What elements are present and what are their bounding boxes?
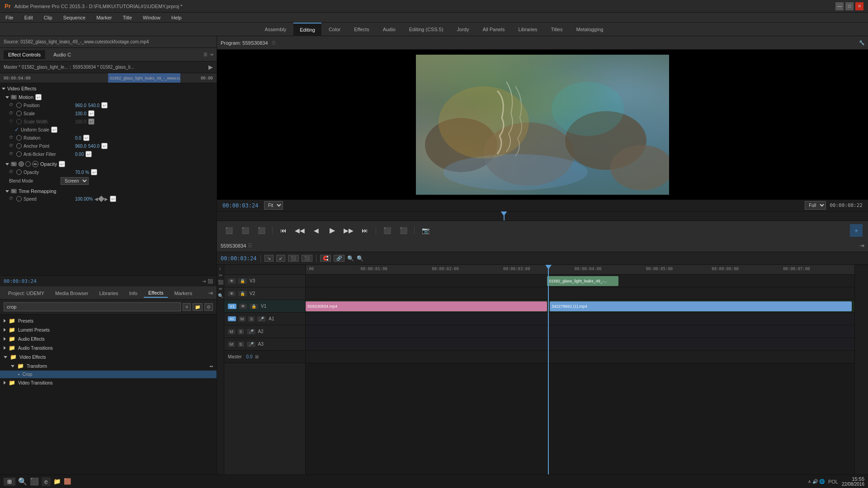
v3-lock-btn[interactable]: 🔒 xyxy=(238,278,247,284)
tool-select[interactable]: ↔ xyxy=(218,267,223,271)
a3-mic-btn[interactable]: 🎤 xyxy=(247,342,255,347)
anchor-value1[interactable]: 960.0 xyxy=(75,144,86,149)
mark-in-button[interactable]: ⬛ xyxy=(222,224,235,237)
v1-eye-btn[interactable]: 👁 xyxy=(239,304,247,309)
a2-mute-btn[interactable]: M xyxy=(228,329,235,334)
timeline-insert-btn[interactable]: ↘ xyxy=(264,255,274,262)
timeline-link-btn[interactable]: 🔗 xyxy=(334,255,344,262)
video-effects-header[interactable]: Video Effects xyxy=(0,85,217,92)
new-bin-button[interactable]: 📁 xyxy=(193,303,203,311)
v1-clip2[interactable]: 342278662.(1).mp4 xyxy=(550,301,852,311)
scale-value[interactable]: 100.0 xyxy=(75,111,86,116)
tool-zoom[interactable]: 🔍 xyxy=(218,293,223,298)
mark-out-button[interactable]: ⬛ xyxy=(239,224,251,237)
ec-settings-btn[interactable]: ⬛ xyxy=(208,279,213,284)
a3-mute-btn[interactable]: M xyxy=(228,342,235,347)
minimize-button[interactable]: — xyxy=(835,2,844,10)
fit-select[interactable]: Fit xyxy=(264,201,283,210)
time-remapping-header[interactable]: fx Time Remapping xyxy=(0,188,217,195)
rotation-value[interactable]: 0.0 xyxy=(75,136,81,141)
track-master[interactable] xyxy=(306,351,854,363)
anchor-reset-button[interactable]: ↩ xyxy=(101,143,108,149)
edge-taskbar-btn[interactable]: e xyxy=(42,477,51,486)
opacity-stopwatch-icon[interactable]: ⏱ xyxy=(9,169,14,175)
photoshop-taskbar-btn[interactable]: 🟫 xyxy=(64,478,71,485)
go-to-out-button[interactable]: ⏭ xyxy=(359,224,371,237)
anti-flicker-value[interactable]: 0.00 xyxy=(75,152,84,157)
play-back-button[interactable]: ◀ xyxy=(310,224,322,237)
menu-clip[interactable]: Clip xyxy=(42,14,54,21)
tool-pen[interactable]: ✏ xyxy=(219,286,222,291)
export-frame-button[interactable]: 📷 xyxy=(419,224,432,237)
opacity-prop-value[interactable]: 70.0 % xyxy=(75,170,89,175)
speed-stopwatch-icon[interactable]: ⏱ xyxy=(9,196,14,202)
position-stopwatch-icon[interactable]: ⏱ xyxy=(9,103,14,108)
anchor-stopwatch-icon[interactable]: ⏱ xyxy=(9,143,14,149)
anchor-value2[interactable]: 540.0 xyxy=(88,144,99,149)
timeline-lift-btn[interactable]: ⬛ xyxy=(288,255,299,262)
menu-sequence[interactable]: Sequence xyxy=(61,14,88,21)
tree-crop[interactable]: ▪ Crop xyxy=(0,371,217,378)
v3-clip[interactable]: 01582_glass_light_leaks_49_-... xyxy=(547,276,618,286)
clear-search-button[interactable]: ✕ xyxy=(183,303,191,311)
tree-video-transitions[interactable]: 📁 Video Transitions xyxy=(0,378,217,387)
tree-video-effects[interactable]: 📁 Video Effects xyxy=(0,352,217,361)
speed-forward-button[interactable]: ▶ xyxy=(104,197,108,202)
track-v2[interactable] xyxy=(306,287,854,300)
file-explorer-btn[interactable]: 📁 xyxy=(53,478,61,485)
program-ruler[interactable] xyxy=(217,211,868,221)
opacity-header[interactable]: fx ✏ Opacity ↩ xyxy=(0,160,217,168)
v2-lock-btn[interactable]: 🔒 xyxy=(238,291,247,296)
v1-clip1[interactable]: 559S30834.mp4 xyxy=(306,301,547,311)
program-timecode-current[interactable]: 00:00:03:24 xyxy=(222,202,259,209)
a2-solo-btn[interactable]: S xyxy=(238,329,244,334)
tab-effect-controls[interactable]: Effect Controls xyxy=(4,50,45,59)
taskview-button[interactable]: ⬛ xyxy=(30,477,39,486)
menu-help[interactable]: Help xyxy=(170,14,184,21)
tab-editing-css5[interactable]: Editing (CSS.5) xyxy=(403,23,450,36)
effect-controls-expand[interactable]: ⇥ xyxy=(209,52,213,57)
scale-reset-button[interactable]: ↩ xyxy=(88,110,94,117)
play-button[interactable]: ▶ xyxy=(326,224,339,237)
effect-settings-button[interactable]: ⚙ xyxy=(204,303,213,311)
speed-reset-button[interactable]: ↩ xyxy=(110,196,116,202)
anti-flicker-reset-button[interactable]: ↩ xyxy=(85,151,92,157)
effect-controls-panel-menu[interactable]: ☰ xyxy=(203,52,208,57)
timeline-timecode[interactable]: 00:00:03:24 xyxy=(221,255,257,262)
lift-button[interactable]: ⬛ xyxy=(381,224,393,237)
tab-editing[interactable]: Editing xyxy=(293,23,321,36)
tab-libraries[interactable]: Libraries xyxy=(94,289,123,297)
timeline-close-btn[interactable]: ⇥ xyxy=(859,242,864,249)
tab-metalogging[interactable]: Metalogging xyxy=(570,23,609,36)
motion-header[interactable]: fx Motion ↩ xyxy=(0,93,217,101)
menu-title[interactable]: Title xyxy=(121,14,133,21)
close-button[interactable]: ✕ xyxy=(855,2,863,10)
tab-libraries[interactable]: Libraries xyxy=(512,23,543,36)
track-v3[interactable]: 01582_glass_light_leaks_49_-... xyxy=(306,275,854,287)
a2-mic-btn[interactable]: 🎤 xyxy=(247,329,255,334)
maximize-button[interactable]: □ xyxy=(845,2,854,10)
track-a3[interactable] xyxy=(306,338,854,351)
step-back-button[interactable]: ◀◀ xyxy=(293,224,306,237)
menu-window[interactable]: Window xyxy=(141,14,162,21)
tab-media-browser[interactable]: Media Browser xyxy=(51,289,93,297)
master-expand-btn[interactable]: ⊞ xyxy=(255,354,259,359)
position-reset-button[interactable]: ↩ xyxy=(101,102,108,108)
step-forward-button[interactable]: ▶▶ xyxy=(342,224,355,237)
timeline-zoom-in-btn[interactable]: 🔍 xyxy=(357,255,363,262)
menu-edit[interactable]: Edit xyxy=(23,14,35,21)
v2-eye-btn[interactable]: 👁 xyxy=(228,291,236,296)
timeline-snap-btn[interactable]: 🧲 xyxy=(320,255,331,262)
timeline-ruler[interactable]: :00 00:00:01:00 00:00:02:00 00:00:03:00 … xyxy=(306,265,854,275)
track-a1[interactable] xyxy=(306,313,854,325)
search-taskbar-button[interactable]: 🔍 xyxy=(18,477,27,486)
a1-mic-btn[interactable]: 🎤 xyxy=(257,316,266,322)
anti-flicker-stopwatch-icon[interactable]: ⏱ xyxy=(9,151,14,157)
effects-search-input[interactable] xyxy=(4,302,181,311)
full-select[interactable]: Full xyxy=(805,201,826,210)
scale-stopwatch-icon[interactable]: ⏱ xyxy=(9,111,14,116)
v1-lock-btn[interactable]: 🔒 xyxy=(250,304,258,309)
tab-info[interactable]: Info xyxy=(125,289,142,297)
go-to-in-button[interactable]: ⏮ xyxy=(277,224,290,237)
expand-btn[interactable]: ▶ xyxy=(208,64,213,70)
